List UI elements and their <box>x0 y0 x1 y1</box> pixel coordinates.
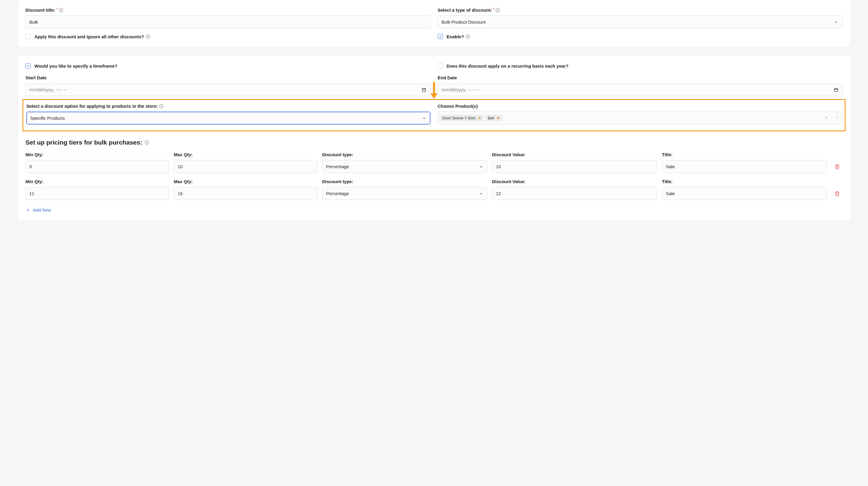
highlighted-section: Select a discount option for applying to… <box>23 99 845 131</box>
start-date-input[interactable] <box>25 83 430 96</box>
info-icon[interactable]: i <box>145 140 149 145</box>
add-new-button[interactable]: ＋ Add New <box>25 207 51 213</box>
tier-max-field: Max Qty: <box>174 152 317 173</box>
tag-remove-icon[interactable]: ✕ <box>497 116 500 120</box>
tiers-grid: Min Qty: Max Qty: Discount type: Discoun… <box>25 152 843 200</box>
tier-value-field: Discount Value: <box>492 152 657 173</box>
tier-max-label: Max Qty: <box>174 152 317 157</box>
tier-title-input[interactable] <box>662 160 827 173</box>
plus-icon: ＋ <box>25 207 31 213</box>
tier-delete-button[interactable] <box>832 187 843 200</box>
tier-title-field: Title: <box>662 179 827 200</box>
tier-type-select[interactable] <box>322 160 487 173</box>
info-icon[interactable]: i <box>59 8 63 12</box>
tier-type-label: Discount type: <box>322 179 487 184</box>
info-icon[interactable]: i <box>496 8 500 12</box>
discount-config-card: Would you like to specify a timeframe? D… <box>18 56 850 221</box>
discount-option-select[interactable] <box>26 112 430 124</box>
tier-min-input[interactable] <box>25 160 169 173</box>
clear-all-icon[interactable] <box>824 115 829 121</box>
choose-products-label: Choose Product(s) <box>438 103 842 109</box>
tier-delete-button[interactable] <box>832 160 843 173</box>
divider <box>832 115 832 121</box>
discount-title-label: Discount title: * i <box>25 7 430 12</box>
tiers-heading: Set up pricing tiers for bulk purchases:… <box>25 139 843 146</box>
tier-title-label: Title: <box>662 152 827 157</box>
tier-max-field: Max Qty: <box>174 179 317 200</box>
tier-max-input[interactable] <box>174 187 317 200</box>
enable-checkbox[interactable] <box>438 34 443 39</box>
tier-value-label: Discount Value: <box>492 152 657 157</box>
end-date-label: End Date <box>438 75 843 80</box>
end-date-input[interactable] <box>438 83 843 96</box>
tier-type-field: Discount type: <box>322 179 487 200</box>
enable-label: Enable? i <box>446 34 470 39</box>
tier-title-label: Title: <box>662 179 827 184</box>
start-date-label: Start Date <box>25 75 430 80</box>
tier-min-label: Min Qty: <box>25 179 169 184</box>
tier-type-label: Discount type: <box>322 152 487 157</box>
discount-basics-card: Discount title: * i Select a type of dis… <box>18 0 850 47</box>
tag-remove-icon[interactable]: ✕ <box>478 116 481 120</box>
tier-max-label: Max Qty: <box>174 179 317 184</box>
discount-option-label: Select a discount option for applying to… <box>26 103 430 109</box>
tier-min-field: Min Qty: <box>25 179 169 200</box>
discount-type-label: Select a type of discount: * i <box>438 7 843 12</box>
tier-value-label: Discount Value: <box>492 179 657 184</box>
ignore-others-checkbox[interactable] <box>25 34 31 39</box>
ignore-others-label: Apply this discount and ignore all other… <box>34 34 150 39</box>
tier-max-input[interactable] <box>174 160 317 173</box>
tier-value-input[interactable] <box>492 160 657 173</box>
tier-title-input[interactable] <box>662 187 827 200</box>
timeframe-checkbox[interactable] <box>25 63 31 68</box>
product-tag: Belt ✕ <box>486 115 502 121</box>
required-marker: * <box>57 7 58 11</box>
tier-type-select[interactable] <box>322 187 487 200</box>
chevron-down-icon[interactable] <box>835 115 840 121</box>
info-icon[interactable]: i <box>466 34 470 39</box>
tag-label: Belt <box>488 116 494 120</box>
discount-title-input[interactable] <box>25 16 430 28</box>
tier-min-label: Min Qty: <box>25 152 169 157</box>
tier-value-field: Discount Value: <box>492 179 657 200</box>
tier-value-input[interactable] <box>492 187 657 200</box>
tier-min-field: Min Qty: <box>25 152 169 173</box>
tag-label: Short Sleeve T-Shirt <box>442 116 475 120</box>
tier-type-field: Discount type: <box>322 152 487 173</box>
discount-type-select[interactable] <box>438 16 843 28</box>
required-marker: * <box>493 7 494 11</box>
info-icon[interactable]: i <box>146 34 150 39</box>
recurring-label: Does this discount apply on a recurring … <box>446 63 568 68</box>
choose-products-input[interactable]: Short Sleeve T-Shirt ✕ Belt ✕ <box>438 112 842 124</box>
info-icon[interactable]: i <box>159 104 163 108</box>
recurring-checkbox[interactable] <box>438 63 443 68</box>
product-tag: Short Sleeve T-Shirt ✕ <box>440 115 484 121</box>
tier-title-field: Title: <box>662 152 827 173</box>
tier-min-input[interactable] <box>25 187 169 200</box>
timeframe-label: Would you like to specify a timeframe? <box>34 63 117 68</box>
